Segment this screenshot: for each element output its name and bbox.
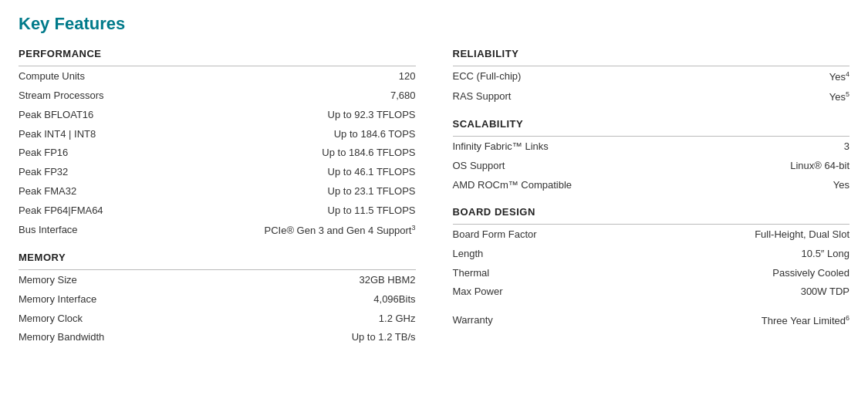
table-row: Memory BandwidthUp to 1.2 TB/s — [19, 328, 416, 347]
spec-value: 3 — [627, 137, 849, 157]
spec-value: PCIe® Gen 3 and Gen 4 Support3 — [193, 221, 415, 241]
spec-value: Up to 92.3 TFLOPS — [193, 106, 415, 125]
spec-label: ECC (Full-chip) — [453, 67, 627, 87]
spec-label: Peak BFLOAT16 — [19, 106, 193, 125]
left-column: PERFORMANCE Compute Units120Stream Proce… — [19, 48, 416, 347]
spec-value: Up to 23.1 TFLOPS — [193, 182, 415, 201]
performance-divider — [19, 66, 416, 66]
spec-label: Peak FP32 — [19, 163, 193, 182]
memory-header: MEMORY — [19, 252, 416, 266]
table-row: Memory Interface4,096Bits — [19, 290, 416, 309]
spec-label: Memory Bandwidth — [19, 328, 193, 347]
spec-value: Up to 1.2 TB/s — [193, 328, 415, 347]
performance-header: PERFORMANCE — [19, 48, 416, 63]
spec-value: 300W TDP — [627, 282, 849, 302]
memory-divider — [19, 269, 416, 270]
spec-value: Full-Height, Dual Slot — [627, 225, 849, 245]
table-row: Peak FP16Up to 184.6 TFLOPS — [19, 144, 416, 163]
spec-label: Max Power — [453, 282, 627, 302]
table-row: OS SupportLinux® 64-bit — [453, 157, 850, 176]
spec-value: Up to 46.1 TFLOPS — [193, 163, 415, 182]
spec-value: Three Year Limited6 — [627, 311, 849, 331]
spec-value: Yes — [627, 176, 849, 195]
table-row: Peak FP64|FMA64Up to 11.5 TFLOPS — [19, 201, 416, 221]
spec-label: Thermal — [453, 264, 627, 283]
table-row: WarrantyThree Year Limited6 — [453, 311, 850, 331]
spec-value: 7,680 — [193, 86, 415, 106]
table-row: ThermalPassively Cooled — [453, 264, 850, 283]
spec-value: Yes5 — [627, 87, 849, 107]
spec-value: Up to 184.6 TOPS — [193, 125, 415, 144]
scalability-header: SCALABILITY — [453, 118, 850, 133]
scalability-table: Infinity Fabric™ Links3OS SupportLinux® … — [453, 137, 850, 195]
table-row: Infinity Fabric™ Links3 — [453, 137, 850, 157]
table-row: Memory Size32GB HBM2 — [19, 271, 416, 290]
footnote-sup: 3 — [411, 224, 415, 232]
spec-value: Up to 184.6 TFLOPS — [193, 144, 415, 163]
table-row: Bus InterfacePCIe® Gen 3 and Gen 4 Suppo… — [19, 221, 416, 241]
reliability-divider — [453, 66, 850, 66]
spec-label: Memory Size — [19, 271, 193, 290]
spec-value: 120 — [193, 67, 415, 86]
footnote-sup: 4 — [846, 70, 849, 78]
spec-label: Peak FP64|FMA64 — [19, 201, 193, 221]
reliability-table: ECC (Full-chip)Yes4RAS SupportYes5 — [453, 67, 850, 107]
warranty-table: WarrantyThree Year Limited6 — [453, 311, 850, 331]
table-row: Max Power300W TDP — [453, 282, 850, 302]
spec-value: 1.2 GHz — [193, 309, 415, 329]
scalability-divider — [453, 136, 850, 137]
table-row: Peak FP32Up to 46.1 TFLOPS — [19, 163, 416, 182]
columns: PERFORMANCE Compute Units120Stream Proce… — [19, 48, 849, 347]
spec-value: Linux® 64-bit — [627, 157, 849, 176]
table-row: Stream Processors7,680 — [19, 86, 416, 106]
spec-label: Compute Units — [19, 67, 193, 86]
right-column: RELIABILITY ECC (Full-chip)Yes4RAS Suppo… — [453, 48, 850, 347]
spec-label: Peak FMA32 — [19, 182, 193, 201]
spec-label: Length — [453, 245, 627, 264]
page-title: Key Features — [19, 14, 849, 34]
memory-table: Memory Size32GB HBM2Memory Interface4,09… — [19, 271, 416, 347]
spec-label: Warranty — [453, 311, 627, 331]
spec-label: Bus Interface — [19, 221, 193, 241]
spec-value: Yes4 — [627, 67, 849, 87]
spec-label: Memory Clock — [19, 309, 193, 329]
table-row: Peak FMA32Up to 23.1 TFLOPS — [19, 182, 416, 201]
table-row: Length10.5″ Long — [453, 245, 850, 264]
spec-value: Passively Cooled — [627, 264, 849, 283]
footnote-sup: 5 — [846, 90, 849, 98]
spec-label: Board Form Factor — [453, 225, 627, 245]
table-row: ECC (Full-chip)Yes4 — [453, 67, 850, 87]
table-row: Peak INT4 | INT8Up to 184.6 TOPS — [19, 125, 416, 144]
board-design-table: Board Form FactorFull-Height, Dual SlotL… — [453, 225, 850, 302]
spec-label: OS Support — [453, 157, 627, 176]
spec-label: Memory Interface — [19, 290, 193, 309]
spec-label: AMD ROCm™ Compatible — [453, 176, 627, 195]
spec-value: Up to 11.5 TFLOPS — [193, 201, 415, 221]
table-row: AMD ROCm™ CompatibleYes — [453, 176, 850, 195]
spec-label: Peak INT4 | INT8 — [19, 125, 193, 144]
table-row: RAS SupportYes5 — [453, 87, 850, 107]
board-design-divider — [453, 224, 850, 225]
table-row: Compute Units120 — [19, 67, 416, 86]
spec-value: 10.5″ Long — [627, 245, 849, 264]
spec-value: 32GB HBM2 — [193, 271, 415, 290]
page-wrapper: Key Features PERFORMANCE Compute Units12… — [0, 0, 868, 361]
table-row: Peak BFLOAT16Up to 92.3 TFLOPS — [19, 106, 416, 125]
spec-label: Infinity Fabric™ Links — [453, 137, 627, 157]
spec-value: 4,096Bits — [193, 290, 415, 309]
spec-label: Peak FP16 — [19, 144, 193, 163]
reliability-header: RELIABILITY — [453, 48, 850, 63]
spec-label: Stream Processors — [19, 86, 193, 106]
table-row: Memory Clock1.2 GHz — [19, 309, 416, 329]
board-design-header: BOARD DESIGN — [453, 206, 850, 221]
footnote-sup: 6 — [846, 314, 849, 322]
table-row: Board Form FactorFull-Height, Dual Slot — [453, 225, 850, 245]
spec-label: RAS Support — [453, 87, 627, 107]
performance-table: Compute Units120Stream Processors7,680Pe… — [19, 67, 416, 241]
